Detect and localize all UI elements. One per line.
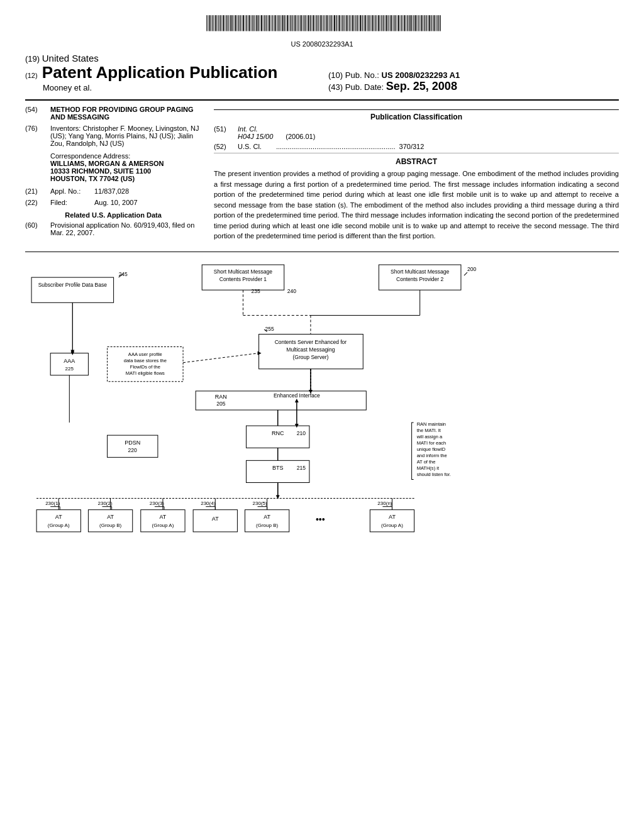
- svg-rect-98: [355, 15, 356, 31]
- svg-rect-152: [438, 15, 439, 31]
- svg-rect-14: [228, 15, 228, 31]
- bts-label: BTS: [272, 465, 284, 471]
- rnc-ref: 210: [297, 430, 306, 436]
- svg-rect-55: [290, 15, 291, 31]
- svg-rect-82: [331, 15, 332, 31]
- pub-no-label: Pub. No.:: [345, 70, 379, 80]
- svg-rect-95: [351, 15, 352, 31]
- svg-rect-22: [240, 15, 241, 31]
- right-column: Publication Classification (51) Int. Cl.…: [214, 106, 619, 241]
- svg-rect-51: [284, 15, 285, 31]
- svg-rect-96: [352, 15, 353, 31]
- svg-rect-47: [278, 15, 279, 31]
- at4-label: AT: [212, 515, 219, 521]
- svg-rect-45: [275, 15, 276, 31]
- pub-date-value: Sep. 25, 2008: [386, 80, 457, 92]
- svg-marker-200: [276, 495, 280, 499]
- svg-rect-84: [334, 15, 335, 31]
- svg-rect-131: [406, 15, 407, 31]
- related-title: Related U.S. Application Data: [25, 211, 201, 219]
- svg-rect-21: [238, 15, 239, 31]
- svg-rect-52: [286, 15, 286, 31]
- svg-rect-129: [403, 15, 404, 31]
- svg-rect-109: [372, 15, 374, 31]
- svg-rect-33: [257, 15, 258, 31]
- at3-ref: 230(3): [150, 500, 165, 506]
- svg-rect-125: [397, 15, 397, 31]
- svg-rect-163: [246, 460, 309, 482]
- svg-rect-104: [365, 15, 366, 31]
- svg-rect-50: [282, 15, 284, 31]
- inventors-content: Inventors: Christopher F. Mooney, Living…: [50, 124, 201, 147]
- svg-rect-87: [339, 15, 340, 31]
- us-cl-row: (52) U.S. Cl. ..........................…: [214, 143, 619, 153]
- appl-value: 11/837,028: [94, 187, 201, 195]
- svg-rect-40: [267, 15, 268, 31]
- pdsn-ref: 220: [128, 447, 137, 453]
- at2-group: (Group B): [99, 522, 122, 528]
- svg-rect-43: [272, 15, 272, 31]
- subscriber-label: Subscriber Profile Data Base: [38, 282, 108, 288]
- svg-rect-110: [374, 15, 375, 31]
- svg-rect-75: [320, 15, 321, 31]
- header-section: (19) United States (12) Patent Applicati…: [25, 53, 619, 93]
- at5-label: AT: [264, 513, 270, 519]
- int-cl-content: Int. Cl. H04J 15/00 (2006.01): [238, 125, 315, 140]
- svg-rect-34: [258, 15, 259, 31]
- svg-rect-139: [418, 15, 419, 31]
- svg-rect-13: [226, 15, 226, 31]
- svg-rect-78: [325, 15, 326, 31]
- svg-rect-37: [263, 15, 264, 31]
- cs-line3: (Group Server): [293, 353, 329, 360]
- svg-rect-7: [217, 15, 218, 31]
- svg-rect-113: [378, 15, 379, 31]
- svg-rect-42: [270, 15, 271, 31]
- svg-rect-103: [364, 15, 364, 31]
- enhanced-interface: Enhanced Interface: [274, 392, 320, 398]
- svg-rect-35: [260, 15, 260, 31]
- type-title: Patent Application Publication: [42, 63, 278, 82]
- related-entry: (60) Provisional application No. 60/919,…: [25, 221, 201, 236]
- svg-rect-36: [261, 15, 262, 31]
- svg-rect-144: [426, 15, 426, 31]
- smc2-num: 200: [467, 266, 476, 272]
- svg-marker-196: [258, 351, 262, 355]
- svg-rect-143: [425, 15, 425, 31]
- svg-rect-71: [315, 15, 316, 31]
- correspondence-label: Correspondence Address:: [50, 152, 201, 160]
- svg-rect-16: [230, 15, 231, 31]
- svg-rect-140: [420, 15, 421, 31]
- svg-rect-24: [243, 15, 244, 31]
- aaa-profile-line2: data base stores the: [124, 357, 167, 363]
- at1-label: AT: [55, 513, 62, 519]
- svg-rect-73: [318, 15, 318, 31]
- patent-number-top: US 20080232293A1: [25, 40, 619, 48]
- pub-no-num: (10): [328, 70, 343, 80]
- svg-rect-130: [404, 15, 405, 31]
- atn-label: AT: [389, 513, 396, 519]
- filed-num: (22): [25, 199, 44, 206]
- svg-rect-154: [31, 277, 114, 302]
- at5-group: (Group B): [256, 522, 279, 528]
- svg-rect-30: [252, 15, 253, 31]
- us-cl-label: U.S. Cl.: [238, 143, 262, 150]
- svg-rect-85: [336, 15, 336, 31]
- int-cl-row: (51) Int. Cl. H04J 15/00 (2006.01): [214, 125, 619, 140]
- related-section: Related U.S. Application Data (60) Provi…: [25, 211, 201, 236]
- svg-rect-161: [108, 435, 158, 457]
- svg-rect-89: [342, 15, 343, 31]
- svg-rect-39: [266, 15, 267, 31]
- svg-rect-79: [326, 15, 328, 31]
- svg-rect-119: [388, 15, 389, 31]
- int-cl-num: (51): [214, 125, 233, 140]
- rnc-label: RNC: [272, 430, 284, 436]
- right-header: (10) Pub. No.: US 2008/0232293 A1 (43) P…: [316, 53, 619, 93]
- svg-rect-91: [345, 15, 346, 31]
- svg-rect-133: [409, 15, 409, 31]
- abstract-text: The present invention provides a method …: [214, 169, 619, 241]
- ran-maintain-9: should listen for.: [417, 472, 451, 477]
- filed-label: Filed:: [50, 199, 88, 206]
- title-text: METHOD FOR PROVIDING GROUP PAGING AND ME…: [50, 106, 194, 121]
- svg-rect-108: [371, 15, 372, 31]
- type-num: (12): [25, 72, 38, 79]
